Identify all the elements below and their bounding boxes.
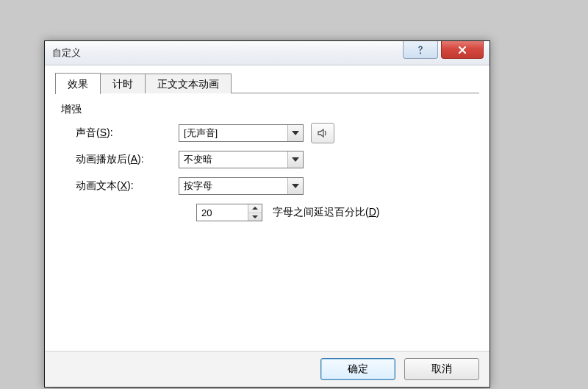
after-animation-value: 不变暗 [179,153,287,166]
delay-value: 20 [197,207,248,218]
tab-timing[interactable]: 计时 [100,74,146,93]
client-area: 效果 计时 正文文本动画 增强 声音(S): [无声音] [45,65,490,351]
dialog-footer: 确定 取消 [45,351,490,387]
cancel-button[interactable]: 取消 [404,358,479,380]
sound-value: [无声音] [179,126,287,140]
tab-effects[interactable]: 效果 [55,73,101,94]
spinner-down-icon[interactable] [248,213,262,221]
sound-label: 声音(S): [76,126,179,140]
tab-text-animation[interactable]: 正文文本动画 [145,74,232,93]
preview-sound-button[interactable] [311,123,334,143]
tab-strip: 效果 计时 正文文本动画 [55,73,479,93]
delay-spinner[interactable]: 20 [196,204,262,221]
delay-label: 字母之间延迟百分比(D) [273,206,379,219]
chevron-down-icon [287,125,303,141]
group-enhance-title: 增强 [61,103,476,116]
delay-row: 20 字母之间延迟百分比(D) [76,203,476,222]
ok-button[interactable]: 确定 [320,358,395,380]
effects-panel: 增强 声音(S): [无声音] 动画播放后(A): [55,94,479,351]
titlebar[interactable]: 自定义 [45,41,490,65]
animate-text-row: 动画文本(X): 按字母 [76,176,476,196]
chevron-down-icon [287,151,303,168]
chevron-down-icon [287,178,303,194]
after-animation-row: 动画播放后(A): 不变暗 [76,150,476,169]
speaker-icon [317,127,329,139]
close-icon [457,45,467,55]
after-animation-label: 动画播放后(A): [76,153,179,166]
help-icon [415,45,426,55]
animate-text-value: 按字母 [179,179,287,193]
spinner-buttons[interactable] [248,204,262,221]
spinner-up-icon[interactable] [248,204,262,213]
sound-combobox[interactable]: [无声音] [179,124,304,142]
animate-text-combobox[interactable]: 按字母 [179,177,304,195]
help-button[interactable] [403,41,438,59]
after-animation-combobox[interactable]: 不变暗 [179,151,304,168]
sound-row: 声音(S): [无声音] [76,124,476,143]
custom-animation-dialog: 自定义 效果 计时 正文文本动画 增强 声音(S) [44,40,490,388]
window-title: 自定义 [52,46,81,60]
animate-text-label: 动画文本(X): [76,179,179,193]
close-button[interactable] [441,41,484,59]
titlebar-buttons [403,41,490,59]
